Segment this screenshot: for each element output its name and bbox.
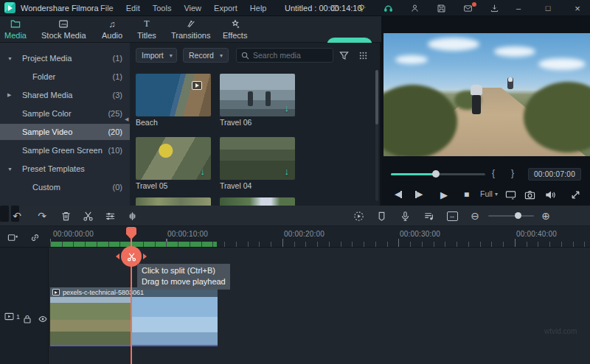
account-icon[interactable] <box>409 2 420 14</box>
sidebar-item-sample-video[interactable]: Sample Video (20) <box>0 124 130 140</box>
thumbnail-figure <box>248 91 253 106</box>
timeline-zoom-handle[interactable] <box>515 212 521 219</box>
media-item-travel05-thumbnail[interactable]: ↓ <box>136 137 211 180</box>
menu-edit[interactable]: Edit <box>126 4 140 13</box>
tab-effects[interactable]: Effects <box>223 18 247 40</box>
tree-closed-icon[interactable]: ▶ <box>7 92 11 98</box>
media-item-travel06-thumbnail[interactable]: ↓ <box>220 74 295 116</box>
next-frame-button[interactable]: ▶ <box>415 189 423 199</box>
preview-video-frame[interactable] <box>384 33 590 156</box>
menu-export[interactable]: Export <box>214 4 237 13</box>
save-icon[interactable] <box>435 2 447 14</box>
app-name: Wondershare Filmora <box>21 4 99 13</box>
sidebar-item-project-media[interactable]: ▼ Project Media (1) <box>0 50 130 66</box>
tab-media[interactable]: Media <box>4 18 27 40</box>
fullscreen-icon[interactable] <box>570 189 581 200</box>
sidebar-item-shared-media[interactable]: ▶ Shared Media (3) <box>0 87 130 103</box>
filter-icon[interactable] <box>339 50 349 63</box>
search-box[interactable] <box>236 48 333 63</box>
sidebar-item-sample-green-screen[interactable]: Sample Green Screen (10) <box>0 142 130 158</box>
record-label: Record <box>189 51 214 60</box>
lock-track-icon[interactable] <box>23 313 32 326</box>
redo-button[interactable]: ↷ <box>35 209 49 223</box>
tab-stock-media[interactable]: Stock Media <box>41 18 86 40</box>
thumbnail-figure <box>266 91 271 106</box>
media-item-thumbnail-partial[interactable] <box>220 197 295 206</box>
detach-audio-icon[interactable] <box>125 209 139 223</box>
split-scissors-icon[interactable] <box>81 209 94 223</box>
tab-titles[interactable]: T Titles <box>137 18 156 40</box>
media-scrollbar[interactable] <box>375 70 378 201</box>
record-button[interactable]: Record ▾ <box>183 48 229 63</box>
playback-progress-handle[interactable] <box>432 170 440 178</box>
watermark-text: wtvid.com <box>544 327 577 335</box>
fit-timeline-icon[interactable]: ↔ <box>445 209 459 223</box>
delete-trash-icon[interactable] <box>59 209 72 223</box>
menu-file[interactable]: File <box>100 4 114 13</box>
cloud-sync-icon[interactable] <box>329 2 341 14</box>
properties-sliders-icon[interactable] <box>103 209 117 223</box>
sidebar-item-custom[interactable]: Custom (0) <box>0 179 130 195</box>
download-icon[interactable]: ↓ <box>285 102 290 113</box>
sidebar-item-folder[interactable]: Folder (1) <box>0 69 130 85</box>
undo-button[interactable]: ↶ <box>10 209 24 223</box>
cloud-shape <box>428 38 479 51</box>
video-track-header[interactable]: 1 <box>4 312 20 321</box>
mark-out-button[interactable]: } <box>511 168 514 178</box>
maximize-button[interactable]: □ <box>541 1 555 15</box>
download-tray-icon[interactable] <box>488 2 500 14</box>
sidebar-item-label: Sample Video <box>22 127 72 136</box>
media-browser-panel: Import ▾ Record ▾ Beach ↓ Travel 06 <box>130 43 381 206</box>
tree-open-icon[interactable]: ▼ <box>7 167 13 172</box>
render-preview-icon[interactable] <box>352 209 365 223</box>
timeline-zoom-slider[interactable] <box>488 215 534 217</box>
timeline-ruler[interactable]: 00:00:00:00 00:00:10:00 00:00:20:00 00:0… <box>0 226 590 248</box>
tab-label: Stock Media <box>41 31 86 40</box>
media-item-thumbnail-partial[interactable] <box>136 197 211 206</box>
view-grid-icon[interactable] <box>358 50 368 63</box>
tab-transitions[interactable]: Transitions <box>171 18 210 40</box>
audio-note-icon: ♫ <box>109 18 116 29</box>
minimize-button[interactable]: – <box>512 1 525 15</box>
zoom-level-dropdown[interactable]: Full▾ <box>480 189 498 198</box>
zoom-out-button[interactable]: ⊖ <box>468 209 482 223</box>
menu-tools[interactable]: Tools <box>153 4 172 13</box>
import-button[interactable]: Import ▾ <box>136 48 177 63</box>
tips-bulb-icon[interactable] <box>355 2 367 14</box>
support-headset-icon[interactable] <box>382 2 394 14</box>
hide-track-eye-icon[interactable] <box>38 313 47 326</box>
download-icon[interactable]: ↓ <box>201 166 206 177</box>
voiceover-mic-icon[interactable] <box>398 209 412 223</box>
mark-in-button[interactable]: { <box>492 168 495 178</box>
manage-tracks-icon[interactable] <box>6 231 19 244</box>
menu-help[interactable]: Help <box>250 4 267 13</box>
close-button[interactable]: × <box>571 1 584 15</box>
link-clips-icon[interactable] <box>28 231 41 244</box>
cloud-shape <box>395 55 428 64</box>
stop-button[interactable]: ■ <box>464 189 469 200</box>
preview-panel: { } 00:00:07:00 ◀ ▶ ▶ ■ Full▾ <box>381 16 590 206</box>
search-input[interactable] <box>253 51 328 60</box>
menu-view[interactable]: View <box>184 4 201 13</box>
scrollbar-thumb[interactable] <box>375 70 378 125</box>
snapshot-camera-icon[interactable] <box>524 189 535 200</box>
timeline-toolbar: ↶ ↷ ↔ ⊖ ⊕ <box>0 206 590 226</box>
tree-open-icon[interactable]: ▼ <box>7 56 13 61</box>
zoom-in-button[interactable]: ⊕ <box>539 209 552 223</box>
sidebar-item-label: Sample Green Screen <box>22 146 103 155</box>
sidebar-item-sample-color[interactable]: Sample Color (25) <box>0 105 130 122</box>
media-item-travel04-thumbnail[interactable]: ↓ <box>220 137 295 180</box>
play-button[interactable]: ▶ <box>440 189 448 200</box>
tab-audio[interactable]: ♫ Audio <box>102 18 122 40</box>
chevron-down-icon: ▾ <box>495 191 498 197</box>
audio-mixer-icon[interactable] <box>422 209 435 223</box>
collapse-sidebar-icon[interactable]: ◀ <box>125 116 128 122</box>
sidebar-item-preset-templates[interactable]: ▼ Preset Templates <box>0 161 130 177</box>
display-device-icon[interactable] <box>505 189 516 200</box>
media-item-beach-thumbnail[interactable] <box>136 74 211 116</box>
previous-frame-button[interactable]: ◀ <box>395 189 402 199</box>
marker-icon[interactable] <box>375 209 388 223</box>
download-icon[interactable]: ↓ <box>285 166 290 177</box>
timeline-clip[interactable]: pexels-c-technical-5803061 <box>50 287 218 346</box>
volume-icon[interactable] <box>545 189 556 200</box>
